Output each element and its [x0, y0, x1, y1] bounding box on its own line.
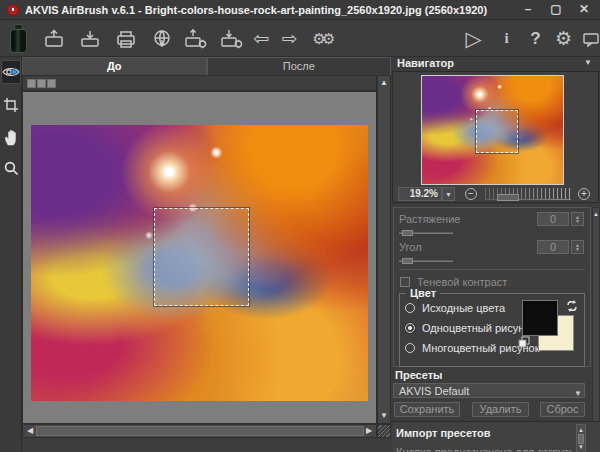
stretch-slider-thumb[interactable]	[402, 230, 413, 236]
swap-colors-icon[interactable]	[565, 299, 579, 315]
navigator-panel: 19.2% ▼ − +	[392, 71, 599, 203]
image-canvas	[22, 91, 377, 424]
zoom-tool[interactable]	[1, 156, 21, 180]
angle-label: Угол	[399, 241, 422, 253]
navigator-collapse-icon[interactable]: ▼	[584, 58, 592, 67]
run-button[interactable]: ▷	[460, 25, 487, 52]
canvas-section: До После ▲ ▼ ◀ ▶	[22, 57, 391, 452]
angle-slider-thumb[interactable]	[402, 258, 413, 264]
hand-tool[interactable]	[1, 125, 21, 149]
scroll-right-icon[interactable]: ▶	[363, 425, 375, 437]
maximize-button[interactable]: ▢	[544, 2, 568, 18]
import-presets-title: Импорт пресетов	[396, 427, 491, 439]
share-web-button[interactable]	[148, 25, 175, 52]
navigator-header: Навигатор ▼	[392, 57, 600, 71]
save-preset-button[interactable]: Сохранить	[394, 402, 460, 417]
titlebar: AKVIS AirBrush v.6.1 - Bright-colors-hou…	[0, 0, 600, 20]
angle-slider[interactable]	[399, 257, 453, 265]
batch-processing-gears-icon[interactable]: ⚙⚙	[305, 25, 339, 52]
redo-arrow-icon[interactable]: ⇨	[276, 25, 303, 52]
zoom-out-button[interactable]: −	[465, 188, 477, 200]
zoom-controls: 19.2% ▼ − +	[393, 186, 598, 202]
preferences-gear-icon[interactable]: ⚙	[550, 25, 577, 52]
import-settings-button[interactable]	[182, 25, 209, 52]
delete-preset-button[interactable]: Удалить	[472, 402, 529, 417]
parameters-panel: Растяжение 0 ▲▼ Угол 0 ▲▼	[393, 207, 591, 367]
export-settings-button[interactable]	[218, 25, 245, 52]
resize-grip[interactable]	[377, 424, 391, 438]
scroll-down-icon[interactable]: ▼	[378, 410, 390, 422]
help-button[interactable]: ?	[522, 25, 549, 52]
app-window: AKVIS AirBrush v.6.1 - Bright-colors-hou…	[0, 0, 600, 452]
scroll-up-icon[interactable]: ▲	[378, 77, 390, 89]
scroll-up-icon[interactable]: ▲	[590, 208, 600, 220]
zoom-slider-thumb[interactable]	[497, 194, 519, 201]
hints-scrollbar[interactable]: ▲ ▼	[576, 424, 586, 452]
import-presets-section: Импорт пресетов Кнопка предназначена для…	[392, 421, 600, 452]
color-swatches	[522, 300, 580, 356]
crop-tool[interactable]	[1, 93, 21, 117]
tab-before[interactable]: До	[22, 57, 207, 75]
stretch-value[interactable]: 0	[537, 212, 569, 226]
quick-preview-tool[interactable]	[1, 60, 21, 84]
shadow-contrast-checkbox[interactable]	[400, 277, 410, 287]
strip-chip[interactable]	[27, 79, 36, 88]
horizontal-scrollbar[interactable]: ◀ ▶	[22, 424, 377, 438]
tab-after[interactable]: После	[207, 57, 392, 75]
info-button[interactable]: i	[493, 25, 520, 52]
stretch-row: Растяжение 0 ▲▼	[399, 212, 585, 228]
navigator-title: Навигатор	[397, 57, 454, 69]
color-group: Цвет Исходные цвета Одноцветный рисунок …	[399, 293, 585, 367]
preset-selected-value: AKVIS Default	[399, 385, 469, 397]
presets-label: Пресеты	[395, 369, 442, 381]
strip-chip[interactable]	[37, 79, 46, 88]
window-title: AKVIS AirBrush v.6.1 - Bright-colors-hou…	[25, 4, 516, 16]
close-button[interactable]: ✕	[572, 2, 596, 18]
hscroll-thumb[interactable]	[36, 426, 364, 436]
preview-selection-rect[interactable]	[154, 208, 249, 306]
radio-icon[interactable]	[405, 343, 415, 353]
app-logo-icon	[7, 4, 19, 16]
divider	[399, 269, 585, 270]
radio-icon-selected[interactable]	[405, 323, 415, 333]
navigator-thumbnail	[421, 75, 564, 185]
undo-arrow-icon[interactable]: ⇦	[248, 25, 275, 52]
radio-icon[interactable]	[405, 303, 415, 313]
feedback-chat-icon[interactable]	[577, 25, 600, 52]
color-group-label: Цвет	[406, 287, 440, 299]
default-colors-icon[interactable]	[518, 336, 531, 351]
zoom-in-button[interactable]: +	[578, 188, 590, 200]
angle-value[interactable]: 0	[537, 240, 569, 254]
print-button[interactable]	[112, 25, 139, 52]
tool-column	[0, 57, 22, 452]
import-presets-description: Кнопка предназначена для загрузки из	[396, 446, 572, 452]
foreground-color-swatch[interactable]	[522, 300, 558, 336]
minimize-button[interactable]: –	[516, 2, 540, 18]
preset-select[interactable]: AKVIS Default ▼	[393, 383, 585, 398]
stretch-spinner[interactable]: ▲▼	[571, 212, 584, 226]
stretch-label: Растяжение	[399, 213, 460, 225]
view-tabs: До После	[22, 57, 391, 75]
airbrush-spraycan-icon	[10, 23, 27, 53]
source-image	[31, 125, 368, 401]
angle-row: Угол 0 ▲▼	[399, 240, 585, 256]
zoom-value[interactable]: 19.2%	[398, 187, 442, 201]
stretch-slider[interactable]	[399, 229, 453, 237]
navigator-view-rect[interactable]	[476, 110, 518, 153]
strip-chip[interactable]	[47, 79, 56, 88]
settings-scrollbar[interactable]: ▲ ▼	[592, 207, 600, 452]
vertical-scrollbar[interactable]: ▲ ▼	[377, 75, 391, 424]
angle-spinner[interactable]: ▲▼	[571, 240, 584, 254]
canvas-top-strip	[22, 75, 377, 91]
open-image-button[interactable]	[40, 25, 67, 52]
scroll-down-icon[interactable]: ▼	[575, 441, 587, 452]
scroll-left-icon[interactable]: ◀	[24, 425, 36, 437]
save-image-button[interactable]	[76, 25, 103, 52]
toolbar: ⇦ ⇨ ⚙⚙ ▷ i ? ⚙	[0, 20, 600, 57]
zoom-dropdown-icon[interactable]: ▼	[442, 187, 455, 201]
reset-preset-button[interactable]: Сброс	[540, 402, 585, 417]
settings-panel: Навигатор ▼ 19.2% ▼ − + Растяжение 0 ▲▼	[392, 57, 600, 452]
preset-dropdown-icon: ▼	[574, 387, 582, 401]
